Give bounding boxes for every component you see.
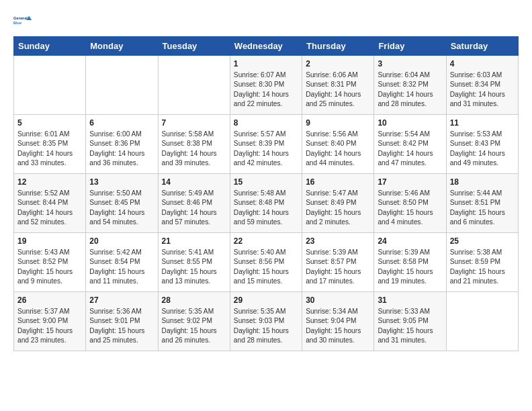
calendar-cell	[158, 56, 230, 115]
calendar-cell: 15Sunrise: 5:48 AMSunset: 8:48 PMDayligh…	[230, 174, 302, 233]
cell-content: Sunrise: 5:39 AMSunset: 8:58 PMDaylight:…	[378, 248, 442, 286]
calendar-cell: 9Sunrise: 5:56 AMSunset: 8:40 PMDaylight…	[302, 115, 374, 174]
calendar-cell	[14, 56, 86, 115]
day-number: 14	[162, 177, 226, 187]
week-row-4: 19Sunrise: 5:43 AMSunset: 8:52 PMDayligh…	[14, 233, 519, 292]
day-number: 4	[450, 59, 515, 68]
page-header: GeneralBlue	[13, 11, 519, 30]
cell-content: Sunrise: 5:49 AMSunset: 8:46 PMDaylight:…	[162, 189, 226, 227]
header-saturday: Saturday	[446, 37, 518, 56]
calendar-cell: 11Sunrise: 5:53 AMSunset: 8:43 PMDayligh…	[446, 115, 518, 174]
calendar-cell: 30Sunrise: 5:34 AMSunset: 9:04 PMDayligh…	[302, 292, 374, 351]
calendar-cell: 19Sunrise: 5:43 AMSunset: 8:52 PMDayligh…	[14, 233, 86, 292]
day-number: 16	[306, 177, 370, 187]
cell-content: Sunrise: 5:43 AMSunset: 8:52 PMDaylight:…	[17, 248, 82, 286]
cell-content: Sunrise: 6:00 AMSunset: 8:36 PMDaylight:…	[89, 130, 154, 168]
calendar-cell: 20Sunrise: 5:42 AMSunset: 8:54 PMDayligh…	[86, 233, 158, 292]
calendar-cell: 6Sunrise: 6:00 AMSunset: 8:36 PMDaylight…	[86, 115, 158, 174]
calendar-cell: 21Sunrise: 5:41 AMSunset: 8:55 PMDayligh…	[158, 233, 230, 292]
cell-content: Sunrise: 5:57 AMSunset: 8:39 PMDaylight:…	[234, 130, 298, 168]
calendar-cell: 27Sunrise: 5:36 AMSunset: 9:01 PMDayligh…	[86, 292, 158, 351]
cell-content: Sunrise: 5:50 AMSunset: 8:45 PMDaylight:…	[89, 189, 154, 227]
header-monday: Monday	[86, 37, 158, 56]
day-number: 30	[306, 295, 370, 305]
svg-text:Blue: Blue	[13, 21, 21, 25]
day-number: 31	[378, 295, 442, 305]
calendar-cell: 2Sunrise: 6:06 AMSunset: 8:31 PMDaylight…	[302, 56, 374, 115]
cell-content: Sunrise: 5:52 AMSunset: 8:44 PMDaylight:…	[17, 189, 82, 227]
calendar-cell: 25Sunrise: 5:38 AMSunset: 8:59 PMDayligh…	[446, 233, 518, 292]
cell-content: Sunrise: 6:01 AMSunset: 8:35 PMDaylight:…	[17, 130, 82, 168]
cell-content: Sunrise: 5:33 AMSunset: 9:05 PMDaylight:…	[378, 307, 442, 345]
day-number: 9	[306, 118, 370, 128]
day-number: 26	[17, 295, 82, 305]
cell-content: Sunrise: 5:47 AMSunset: 8:49 PMDaylight:…	[306, 189, 370, 227]
day-number: 29	[234, 295, 298, 305]
calendar-cell	[86, 56, 158, 115]
cell-content: Sunrise: 5:40 AMSunset: 8:56 PMDaylight:…	[234, 248, 298, 286]
cell-content: Sunrise: 5:37 AMSunset: 9:00 PMDaylight:…	[17, 307, 82, 345]
header-thursday: Thursday	[302, 37, 374, 56]
cell-content: Sunrise: 6:03 AMSunset: 8:34 PMDaylight:…	[450, 71, 515, 109]
calendar-cell: 28Sunrise: 5:35 AMSunset: 9:02 PMDayligh…	[158, 292, 230, 351]
calendar-cell: 24Sunrise: 5:39 AMSunset: 8:58 PMDayligh…	[374, 233, 446, 292]
day-number: 10	[378, 118, 442, 128]
calendar-cell	[446, 292, 518, 351]
cell-content: Sunrise: 5:44 AMSunset: 8:51 PMDaylight:…	[450, 189, 515, 227]
cell-content: Sunrise: 5:53 AMSunset: 8:43 PMDaylight:…	[450, 130, 515, 168]
day-number: 25	[450, 236, 515, 246]
header-wednesday: Wednesday	[230, 37, 302, 56]
header-sunday: Sunday	[14, 37, 86, 56]
cell-content: Sunrise: 5:38 AMSunset: 8:59 PMDaylight:…	[450, 248, 515, 286]
cell-content: Sunrise: 5:41 AMSunset: 8:55 PMDaylight:…	[162, 248, 226, 286]
calendar-cell: 29Sunrise: 5:35 AMSunset: 9:03 PMDayligh…	[230, 292, 302, 351]
day-number: 19	[17, 236, 82, 246]
calendar-table: SundayMondayTuesdayWednesdayThursdayFrid…	[13, 36, 519, 351]
day-number: 3	[378, 59, 442, 68]
cell-content: Sunrise: 5:56 AMSunset: 8:40 PMDaylight:…	[306, 130, 370, 168]
day-number: 13	[89, 177, 154, 187]
calendar-cell: 1Sunrise: 6:07 AMSunset: 8:30 PMDaylight…	[230, 56, 302, 115]
calendar-cell: 17Sunrise: 5:46 AMSunset: 8:50 PMDayligh…	[374, 174, 446, 233]
calendar-cell: 23Sunrise: 5:39 AMSunset: 8:57 PMDayligh…	[302, 233, 374, 292]
cell-content: Sunrise: 5:35 AMSunset: 9:03 PMDaylight:…	[234, 307, 298, 345]
week-row-3: 12Sunrise: 5:52 AMSunset: 8:44 PMDayligh…	[14, 174, 519, 233]
calendar-header-row: SundayMondayTuesdayWednesdayThursdayFrid…	[14, 37, 519, 56]
day-number: 23	[306, 236, 370, 246]
calendar-cell: 7Sunrise: 5:58 AMSunset: 8:38 PMDaylight…	[158, 115, 230, 174]
cell-content: Sunrise: 6:06 AMSunset: 8:31 PMDaylight:…	[306, 71, 370, 109]
logo: GeneralBlue	[13, 11, 32, 30]
day-number: 12	[17, 177, 82, 187]
day-number: 28	[162, 295, 226, 305]
cell-content: Sunrise: 5:54 AMSunset: 8:42 PMDaylight:…	[378, 130, 442, 168]
day-number: 11	[450, 118, 515, 128]
cell-content: Sunrise: 5:34 AMSunset: 9:04 PMDaylight:…	[306, 307, 370, 345]
calendar-cell: 8Sunrise: 5:57 AMSunset: 8:39 PMDaylight…	[230, 115, 302, 174]
day-number: 1	[234, 59, 298, 68]
calendar-cell: 18Sunrise: 5:44 AMSunset: 8:51 PMDayligh…	[446, 174, 518, 233]
calendar-cell: 14Sunrise: 5:49 AMSunset: 8:46 PMDayligh…	[158, 174, 230, 233]
day-number: 21	[162, 236, 226, 246]
week-row-2: 5Sunrise: 6:01 AMSunset: 8:35 PMDaylight…	[14, 115, 519, 174]
calendar-cell: 16Sunrise: 5:47 AMSunset: 8:49 PMDayligh…	[302, 174, 374, 233]
cell-content: Sunrise: 5:46 AMSunset: 8:50 PMDaylight:…	[378, 189, 442, 227]
day-number: 20	[89, 236, 154, 246]
cell-content: Sunrise: 5:42 AMSunset: 8:54 PMDaylight:…	[89, 248, 154, 286]
cell-content: Sunrise: 5:48 AMSunset: 8:48 PMDaylight:…	[234, 189, 298, 227]
day-number: 8	[234, 118, 298, 128]
day-number: 17	[378, 177, 442, 187]
cell-content: Sunrise: 5:36 AMSunset: 9:01 PMDaylight:…	[89, 307, 154, 345]
calendar-cell: 4Sunrise: 6:03 AMSunset: 8:34 PMDaylight…	[446, 56, 518, 115]
calendar-cell: 26Sunrise: 5:37 AMSunset: 9:00 PMDayligh…	[14, 292, 86, 351]
day-number: 15	[234, 177, 298, 187]
calendar-cell: 22Sunrise: 5:40 AMSunset: 8:56 PMDayligh…	[230, 233, 302, 292]
day-number: 2	[306, 59, 370, 68]
calendar-cell: 13Sunrise: 5:50 AMSunset: 8:45 PMDayligh…	[86, 174, 158, 233]
day-number: 22	[234, 236, 298, 246]
cell-content: Sunrise: 5:58 AMSunset: 8:38 PMDaylight:…	[162, 130, 226, 168]
cell-content: Sunrise: 5:39 AMSunset: 8:57 PMDaylight:…	[306, 248, 370, 286]
week-row-5: 26Sunrise: 5:37 AMSunset: 9:00 PMDayligh…	[14, 292, 519, 351]
day-number: 27	[89, 295, 154, 305]
cell-content: Sunrise: 6:04 AMSunset: 8:32 PMDaylight:…	[378, 71, 442, 109]
calendar-cell: 5Sunrise: 6:01 AMSunset: 8:35 PMDaylight…	[14, 115, 86, 174]
